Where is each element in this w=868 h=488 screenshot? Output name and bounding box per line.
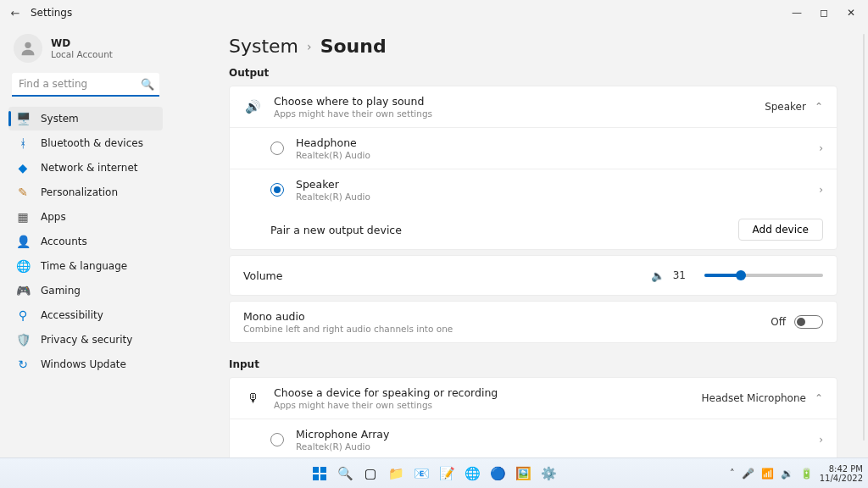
- sidebar-item-personalization[interactable]: ✎Personalization: [8, 180, 163, 204]
- svg-rect-2: [320, 467, 326, 473]
- notepad-icon[interactable]: 📝: [435, 462, 459, 485]
- volume-slider[interactable]: [704, 274, 823, 277]
- avatar: [14, 34, 42, 63]
- output-device-row[interactable]: Speaker Realtek(R) Audio ›: [230, 169, 837, 210]
- chevron-right-icon: ›: [819, 142, 823, 154]
- settings-icon[interactable]: ⚙️: [537, 462, 560, 485]
- output-header: Output: [229, 67, 837, 79]
- minimize-button[interactable]: —: [783, 3, 810, 23]
- main-content: System › Sound Output 🔊 Choose where to …: [170, 25, 868, 458]
- nav-icon: ▦: [15, 210, 31, 224]
- nav-label: System: [41, 113, 79, 125]
- profile-block[interactable]: WD Local Account: [14, 34, 158, 63]
- sidebar: WD Local Account 🔍 🖥️SystemᚼBluetooth & …: [0, 25, 170, 458]
- input-chooser-sub: Apps might have their own settings: [274, 400, 702, 410]
- output-chooser-sub: Apps might have their own settings: [274, 108, 765, 119]
- nav-label: Personalization: [41, 186, 118, 198]
- device-name: Speaker: [296, 178, 819, 191]
- nav-icon: ◆: [15, 161, 31, 175]
- sidebar-item-bluetooth-devices[interactable]: ᚼBluetooth & devices: [8, 131, 163, 155]
- tray-date: 11/4/2022: [820, 474, 863, 483]
- nav-icon: 🌐: [15, 259, 31, 273]
- task-view-icon[interactable]: ▢: [359, 462, 382, 485]
- sidebar-item-network-internet[interactable]: ◆Network & internet: [8, 156, 163, 180]
- radio-button[interactable]: [270, 433, 284, 446]
- battery-icon[interactable]: 🔋: [800, 468, 813, 480]
- chrome-icon[interactable]: 🔵: [486, 462, 509, 485]
- input-chooser-title: Choose a device for speaking or recordin…: [274, 386, 702, 399]
- close-button[interactable]: ✕: [837, 3, 865, 23]
- input-chooser-row[interactable]: 🎙 Choose a device for speaking or record…: [230, 378, 837, 419]
- sidebar-item-windows-update[interactable]: ↻Windows Update: [8, 352, 163, 376]
- scrollbar[interactable]: [863, 34, 865, 441]
- nav-icon: ⚲: [15, 308, 31, 322]
- input-header: Input: [229, 358, 837, 370]
- maximize-button[interactable]: ◻: [810, 3, 837, 23]
- chevron-up-icon[interactable]: ˄: [730, 468, 735, 480]
- sidebar-item-privacy-security[interactable]: 🛡️Privacy & security: [8, 328, 163, 352]
- output-chooser-row[interactable]: 🔊 Choose where to play sound Apps might …: [230, 86, 837, 128]
- volume-mute-icon[interactable]: 🔈: [651, 269, 665, 282]
- sidebar-item-gaming[interactable]: 🎮Gaming: [8, 279, 163, 302]
- sidebar-item-apps[interactable]: ▦Apps: [8, 205, 163, 229]
- mail-icon[interactable]: 📧: [409, 462, 433, 485]
- nav-label: Network & internet: [41, 162, 138, 174]
- file-explorer-icon[interactable]: 📁: [384, 462, 408, 485]
- profile-account-type: Local Account: [51, 49, 113, 59]
- tray-mic-icon[interactable]: 🎤: [742, 468, 754, 480]
- output-chooser-value: Speaker: [765, 101, 806, 113]
- mono-audio-toggle[interactable]: [794, 315, 823, 329]
- search-input[interactable]: [12, 73, 159, 97]
- mono-audio-title: Mono audio: [243, 310, 771, 323]
- output-card: 🔊 Choose where to play sound Apps might …: [229, 86, 837, 250]
- chevron-up-icon: ⌃: [815, 392, 823, 404]
- nav-icon: 👤: [15, 235, 31, 248]
- nav-label: Gaming: [41, 285, 81, 297]
- nav-label: Time & language: [41, 260, 127, 272]
- nav-label: Windows Update: [41, 358, 126, 370]
- svg-rect-3: [313, 474, 319, 480]
- taskbar-search-icon[interactable]: 🔍: [333, 462, 357, 485]
- wifi-icon[interactable]: 📶: [761, 468, 774, 480]
- start-button[interactable]: [308, 462, 331, 485]
- edge-icon[interactable]: 🌐: [460, 462, 484, 485]
- mono-audio-row[interactable]: Mono audio Combine left and right audio …: [230, 302, 837, 342]
- nav-icon: 🛡️: [15, 333, 31, 347]
- nav-icon: ᚼ: [15, 136, 31, 150]
- person-icon: [19, 39, 37, 58]
- nav-icon: ✎: [15, 186, 31, 199]
- input-card: 🎙 Choose a device for speaking or record…: [229, 377, 837, 458]
- breadcrumb-parent[interactable]: System: [229, 36, 298, 57]
- output-device-row[interactable]: Headphone Realtek(R) Audio ›: [230, 128, 837, 169]
- volume-card: Volume 🔈 31: [229, 255, 837, 296]
- nav-icon: ↻: [15, 358, 31, 371]
- radio-button[interactable]: [270, 141, 284, 155]
- breadcrumb: System › Sound: [229, 36, 837, 57]
- device-name: Microphone Array: [296, 428, 819, 441]
- nav-label: Privacy & security: [41, 334, 132, 346]
- taskbar-center: 🔍 ▢ 📁 📧 📝 🌐 🔵 🖼️ ⚙️: [308, 462, 560, 485]
- chevron-right-icon: ›: [307, 40, 312, 53]
- sidebar-item-accounts[interactable]: 👤Accounts: [8, 230, 163, 253]
- mono-audio-sub: Combine left and right audio channels in…: [243, 324, 771, 334]
- input-device-row[interactable]: Microphone Array Realtek(R) Audio ›: [230, 419, 837, 458]
- photos-icon[interactable]: 🖼️: [511, 462, 535, 485]
- sidebar-item-system[interactable]: 🖥️System: [8, 107, 163, 130]
- system-tray[interactable]: ˄ 🎤 📶 🔉 🔋 8:42 PM 11/4/2022: [730, 464, 863, 483]
- clock[interactable]: 8:42 PM 11/4/2022: [820, 464, 863, 483]
- chevron-up-icon: ⌃: [815, 101, 823, 113]
- device-desc: Realtek(R) Audio: [296, 150, 819, 160]
- sidebar-item-time-language[interactable]: 🌐Time & language: [8, 254, 163, 278]
- tray-volume-icon[interactable]: 🔉: [781, 468, 793, 480]
- microphone-icon: 🎙: [243, 391, 262, 406]
- chevron-right-icon: ›: [819, 184, 823, 196]
- device-desc: Realtek(R) Audio: [296, 441, 819, 452]
- back-button[interactable]: ←: [3, 7, 27, 19]
- chevron-right-icon: ›: [819, 434, 823, 446]
- radio-button[interactable]: [270, 183, 284, 197]
- speaker-icon: 🔊: [243, 99, 262, 114]
- sidebar-item-accessibility[interactable]: ⚲Accessibility: [8, 303, 163, 327]
- add-device-button[interactable]: Add device: [738, 219, 823, 241]
- window-title: Settings: [31, 7, 72, 19]
- volume-row[interactable]: Volume 🔈 31: [230, 256, 837, 295]
